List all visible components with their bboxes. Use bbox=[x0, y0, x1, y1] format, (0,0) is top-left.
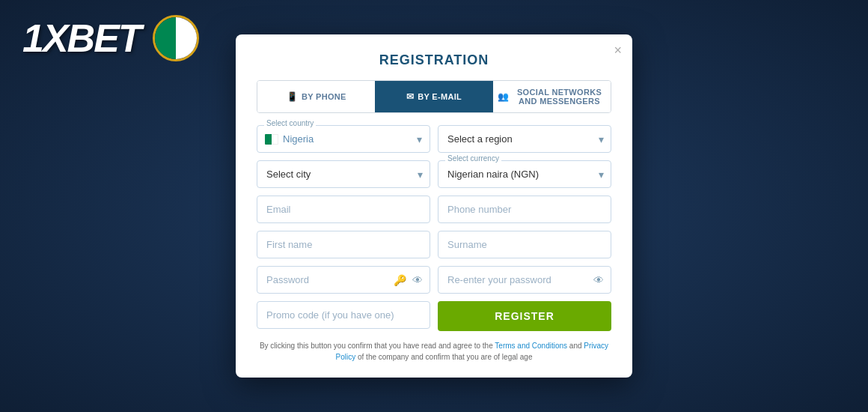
tab-email-label: BY E-MAIL bbox=[418, 92, 462, 101]
disclaimer-text-middle: and bbox=[567, 342, 584, 350]
reenter-password-group: 👁 bbox=[438, 266, 611, 294]
tab-phone[interactable]: 📱 BY PHONE bbox=[257, 81, 375, 112]
nigeria-flag-small bbox=[265, 134, 278, 145]
region-group: Select a region bbox=[438, 125, 611, 153]
promo-group bbox=[257, 301, 430, 331]
modal-overlay: × REGISTRATION 📱 BY PHONE ✉ BY E-MAIL 👥 … bbox=[0, 0, 868, 412]
country-label: Select country bbox=[264, 119, 316, 127]
phone-group bbox=[438, 196, 611, 223]
email-icon: ✉ bbox=[406, 91, 414, 102]
password-group: 🔑 👁 bbox=[257, 266, 430, 294]
registration-tabs: 📱 BY PHONE ✉ BY E-MAIL 👥 SOCIAL NETWORKS… bbox=[257, 80, 611, 113]
tab-phone-label: BY PHONE bbox=[302, 92, 346, 101]
registration-form: Select country Nigeria Select a region bbox=[257, 125, 611, 294]
tab-social[interactable]: 👥 SOCIAL NETWORKS AND MESSENGERS bbox=[493, 81, 611, 112]
tab-social-label: SOCIAL NETWORKS AND MESSENGERS bbox=[513, 88, 606, 106]
currency-group: Select currency Nigerian naira (NGN) bbox=[438, 160, 611, 188]
country-group: Select country Nigeria bbox=[257, 125, 430, 153]
phone-icon: 📱 bbox=[287, 91, 298, 102]
disclaimer-text-before: By clicking this button you confirm that… bbox=[260, 342, 495, 350]
phone-input[interactable] bbox=[438, 196, 611, 223]
email-input[interactable] bbox=[257, 196, 430, 223]
password-icons: 🔑 👁 bbox=[394, 274, 423, 286]
register-button[interactable]: REGISTER bbox=[438, 301, 611, 331]
disclaimer: By clicking this button you confirm that… bbox=[257, 340, 611, 363]
reenter-password-input[interactable] bbox=[438, 266, 611, 294]
surname-group bbox=[438, 231, 611, 258]
terms-link[interactable]: Terms and Conditions bbox=[495, 342, 567, 350]
region-select[interactable]: Select a region bbox=[438, 125, 611, 153]
key-icon: 🔑 bbox=[394, 274, 406, 286]
disclaimer-text-after: of the company and confirm that you are … bbox=[355, 353, 532, 361]
email-group bbox=[257, 196, 430, 223]
currency-select[interactable]: Nigerian naira (NGN) bbox=[438, 160, 611, 188]
social-icon: 👥 bbox=[498, 91, 509, 102]
country-value: Nigeria bbox=[283, 133, 314, 145]
reenter-eye-icon[interactable]: 👁 bbox=[593, 274, 604, 286]
tab-email[interactable]: ✉ BY E-MAIL bbox=[375, 81, 492, 112]
promo-input[interactable] bbox=[257, 301, 430, 329]
surname-input[interactable] bbox=[438, 231, 611, 258]
firstname-input[interactable] bbox=[257, 231, 430, 258]
city-group: Select city bbox=[257, 160, 430, 188]
country-select[interactable]: Nigeria bbox=[257, 125, 430, 153]
city-select[interactable]: Select city bbox=[257, 160, 430, 188]
modal-title: REGISTRATION bbox=[257, 52, 611, 68]
eye-icon[interactable]: 👁 bbox=[412, 274, 423, 286]
registration-modal: × REGISTRATION 📱 BY PHONE ✉ BY E-MAIL 👥 … bbox=[236, 34, 632, 378]
bottom-row: REGISTER bbox=[257, 301, 611, 331]
firstname-group bbox=[257, 231, 430, 258]
reenter-icons: 👁 bbox=[593, 274, 604, 286]
currency-label: Select currency bbox=[445, 154, 501, 163]
close-button[interactable]: × bbox=[614, 43, 622, 57]
